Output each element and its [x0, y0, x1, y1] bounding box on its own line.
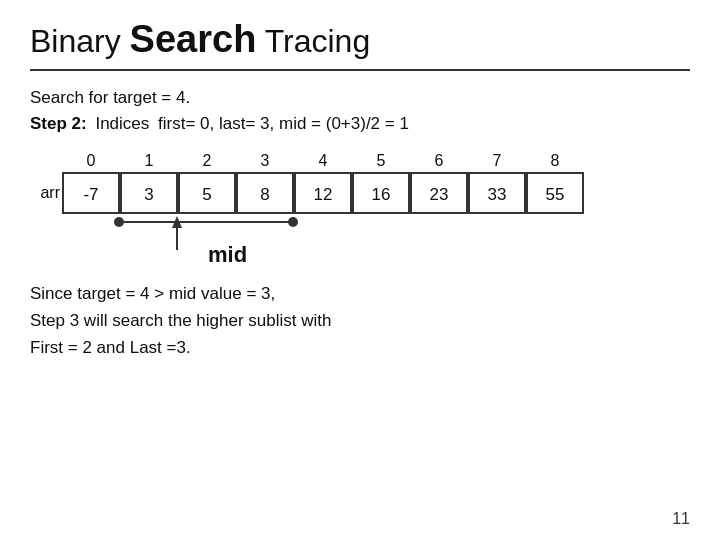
cell-2: 5 — [178, 172, 236, 214]
index-0: 0 — [62, 152, 120, 170]
svg-point-2 — [288, 217, 298, 227]
index-5: 5 — [352, 152, 410, 170]
bottom-line2: Step 3 will search the higher sublist wi… — [30, 307, 690, 334]
title-suffix: Tracing — [256, 23, 370, 59]
cell-5: 16 — [352, 172, 410, 214]
array-row: arr -7 3 5 8 12 16 23 33 55 — [30, 172, 690, 214]
cell-1: 3 — [120, 172, 178, 214]
index-7: 7 — [468, 152, 526, 170]
title-search: Search — [130, 18, 257, 60]
page-container: Binary Search Tracing Search for target … — [0, 0, 720, 540]
main-title: Binary Search Tracing — [30, 18, 690, 61]
pointer-row: mid — [60, 214, 690, 274]
cell-4: 12 — [294, 172, 352, 214]
cell-8: 55 — [526, 172, 584, 214]
title-area: Binary Search Tracing — [30, 18, 690, 71]
index-1: 1 — [120, 152, 178, 170]
index-8: 8 — [526, 152, 584, 170]
index-6: 6 — [410, 152, 468, 170]
index-row: 0 1 2 3 4 5 6 7 8 — [30, 152, 690, 170]
step-info: Search for target = 4. Step 2: Indices f… — [30, 85, 690, 136]
bottom-text: Since target = 4 > mid value = 3, Step 3… — [30, 280, 690, 362]
svg-point-1 — [114, 217, 124, 227]
bracket-svg — [90, 214, 490, 274]
step-line2: Step 2: Indices first= 0, last= 3, mid =… — [30, 111, 690, 137]
index-3: 3 — [236, 152, 294, 170]
indices-word: Indices — [95, 114, 149, 133]
index-2: 2 — [178, 152, 236, 170]
page-number: 11 — [672, 510, 690, 528]
cell-0: -7 — [62, 172, 120, 214]
step-label: Step 2: — [30, 114, 87, 133]
index-4: 4 — [294, 152, 352, 170]
cell-3: 8 — [236, 172, 294, 214]
mid-label: mid — [208, 242, 247, 268]
step-line1: Search for target = 4. — [30, 85, 690, 111]
cell-7: 33 — [468, 172, 526, 214]
step-rest: first= 0, last= 3, mid = (0+3)/2 = 1 — [158, 114, 409, 133]
cell-6: 23 — [410, 172, 468, 214]
search-for-text: Search for target = 4. — [30, 88, 190, 107]
title-prefix: Binary — [30, 23, 130, 59]
bottom-line3: First = 2 and Last =3. — [30, 334, 690, 361]
arr-label: arr — [30, 184, 60, 202]
bottom-line1: Since target = 4 > mid value = 3, — [30, 280, 690, 307]
